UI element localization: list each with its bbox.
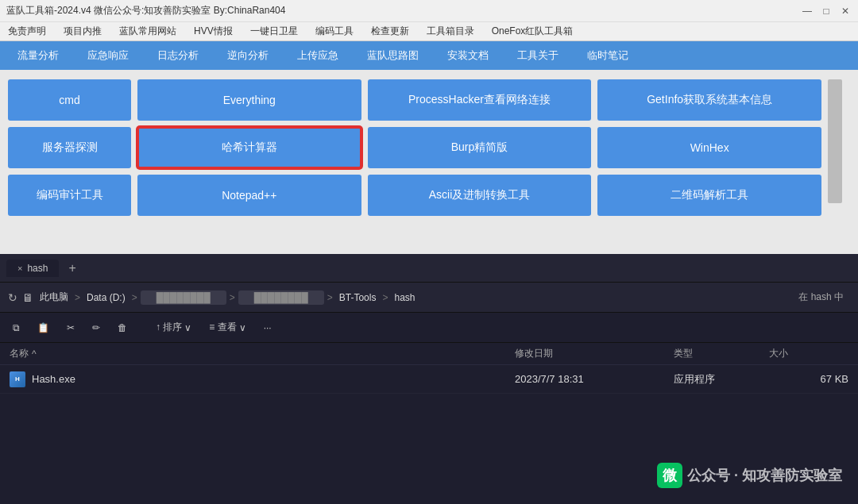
tool-processhacker[interactable]: ProcessHacker查看网络连接	[368, 79, 592, 121]
file-list-header: 名称 ^ 修改日期 类型 大小	[0, 343, 858, 365]
sort-icon: ↑ 排序	[156, 321, 182, 334]
cut-button[interactable]: ✂	[62, 320, 79, 336]
view-arrow-icon: ∨	[239, 322, 246, 333]
tab-mindmap[interactable]: 蓝队思路图	[353, 44, 433, 67]
file-size: 67 KB	[769, 373, 848, 385]
watermark: 微 公众号 · 知攻善防实验室	[657, 463, 842, 488]
tab-about[interactable]: 工具关于	[503, 44, 573, 67]
tab-docs[interactable]: 安装文档	[433, 44, 503, 67]
col-type: 类型	[674, 347, 769, 360]
file-name: Hash.exe	[32, 373, 75, 385]
tab-close-icon[interactable]: ×	[17, 264, 22, 273]
menu-encode[interactable]: 编码工具	[311, 23, 358, 40]
tab-upload[interactable]: 上传应急	[283, 44, 353, 67]
tab-traffic[interactable]: 流量分析	[3, 44, 73, 67]
tool-cmd[interactable]: cmd	[8, 79, 131, 121]
delete-button[interactable]: 🗑	[113, 320, 132, 336]
tool-qrcode[interactable]: 二维码解析工具	[597, 175, 821, 216]
tab-bar: 流量分析 应急响应 日志分析 逆向分析 上传应急 蓝队思路图 安装文档 工具关于…	[0, 41, 858, 70]
search-hint: 在 hash 中	[792, 289, 850, 306]
tool-server-scan[interactable]: 服务器探测	[8, 127, 131, 168]
breadcrumb-sep-2: >	[132, 292, 137, 303]
tab-log[interactable]: 日志分析	[143, 44, 213, 67]
new-tab-button[interactable]: +	[62, 260, 82, 277]
file-modified: 2023/7/7 18:31	[515, 373, 674, 385]
paste-icon: 📋	[37, 322, 49, 333]
menu-tooldir[interactable]: 工具箱目录	[422, 23, 479, 40]
cut-icon: ✂	[67, 322, 75, 333]
breadcrumb-sep-4: >	[327, 292, 333, 303]
tab-reverse[interactable]: 逆向分析	[213, 44, 283, 67]
window-controls: — □ ✕	[801, 5, 852, 17]
exe-icon: H	[10, 371, 25, 387]
wechat-icon: 微	[657, 463, 682, 488]
tool-code-audit[interactable]: 编码审计工具	[8, 175, 131, 216]
copy-icon: ⧉	[13, 322, 20, 333]
explorer-toolbar: ⧉ 📋 ✂ ✏ 🗑 ↑ 排序 ∨ ≡ 查看 ∨ ···	[0, 313, 858, 343]
file-list: 名称 ^ 修改日期 类型 大小 H Hash.exe 2023/7/7 18:3…	[0, 343, 858, 394]
copy-button[interactable]: ⧉	[8, 320, 25, 336]
col-modified: 修改日期	[515, 347, 674, 360]
side-scrollbar[interactable]	[828, 79, 842, 203]
file-name-cell: H Hash.exe	[10, 371, 515, 387]
file-explorer: × hash + ↻ 🖥 此电脑 > Data (D:) > ████████ …	[0, 254, 858, 504]
computer-icon: 🖥	[22, 291, 33, 304]
more-button[interactable]: ···	[259, 320, 276, 336]
col-size: 大小	[769, 347, 848, 360]
menu-bar: 免责声明 项目内推 蓝队常用网站 HVV情报 一键日卫星 编码工具 检查更新 工…	[0, 22, 858, 41]
tool-getinfo[interactable]: GetInfo获取系统基本信息	[597, 79, 821, 121]
rename-button[interactable]: ✏	[87, 320, 105, 336]
sort-button[interactable]: ↑ 排序 ∨	[151, 318, 196, 337]
menu-disclaimer[interactable]: 免责声明	[3, 23, 51, 40]
crumb-drive[interactable]: Data (D:)	[83, 290, 129, 305]
breadcrumb-sep-5: >	[382, 292, 388, 303]
more-icon: ···	[264, 322, 272, 333]
tool-ascii[interactable]: Ascii及进制转换工具	[368, 175, 592, 216]
crumb-computer[interactable]: 此电脑	[37, 289, 72, 306]
title-bar: 蓝队工具箱-2024.v4 微信公众号:知攻善防实验室 By:ChinaRan4…	[0, 0, 858, 22]
tab-notes[interactable]: 临时笔记	[573, 44, 643, 67]
crumb-blurred: ████████	[141, 290, 226, 305]
col-name: 名称 ^	[10, 347, 515, 360]
address-bar: ↻ 🖥 此电脑 > Data (D:) > ████████ > ███████…	[0, 283, 858, 313]
refresh-button[interactable]: ↻	[8, 291, 17, 304]
tools-grid: cmd Everything ProcessHacker查看网络连接 GetIn…	[0, 70, 858, 254]
crumb-blurred-2: ████████	[238, 290, 324, 305]
menu-onefox[interactable]: OneFox红队工具箱	[487, 23, 578, 40]
menu-project[interactable]: 项目内推	[59, 23, 106, 40]
sort-arrow-icon: ∨	[184, 322, 191, 333]
app-title: 蓝队工具箱-2024.v4 微信公众号:知攻善防实验室 By:ChinaRan4…	[6, 4, 801, 17]
tool-winhex[interactable]: WinHex	[597, 127, 821, 168]
maximize-button[interactable]: □	[820, 5, 833, 17]
watermark-text: 公众号 · 知攻善防实验室	[687, 466, 842, 485]
tool-everything[interactable]: Everything	[137, 79, 361, 121]
view-button[interactable]: ≡ 查看 ∨	[204, 318, 250, 337]
menu-blueteam-sites[interactable]: 蓝队常用网站	[114, 23, 181, 40]
tool-notepadpp[interactable]: Notepad++	[137, 175, 361, 216]
breadcrumb-sep-3: >	[230, 292, 235, 303]
delete-icon: 🗑	[118, 322, 127, 333]
menu-hvv[interactable]: HVV情报	[189, 23, 238, 40]
paste-button[interactable]: 📋	[33, 320, 54, 336]
crumb-bttools[interactable]: BT-Tools	[336, 290, 380, 305]
breadcrumb-sep-1: >	[75, 292, 80, 303]
tab-emergency[interactable]: 应急响应	[73, 44, 143, 67]
crumb-hash[interactable]: hash	[391, 290, 418, 305]
view-icon: ≡ 查看	[209, 321, 236, 334]
explorer-tab-bar: × hash +	[0, 254, 858, 283]
menu-keyday[interactable]: 一键日卫星	[245, 23, 303, 40]
close-button[interactable]: ✕	[839, 5, 852, 17]
minimize-button[interactable]: —	[801, 5, 814, 17]
breadcrumb-path: 🖥 此电脑 > Data (D:) > ████████ > ████████ …	[22, 289, 787, 306]
menu-checkupdate[interactable]: 检查更新	[366, 23, 414, 40]
table-row[interactable]: H Hash.exe 2023/7/7 18:31 应用程序 67 KB	[0, 365, 858, 394]
file-type: 应用程序	[674, 372, 769, 387]
explorer-tab-label: hash	[27, 263, 48, 274]
tool-burp[interactable]: Burp精简版	[368, 127, 592, 168]
tool-hash-calc[interactable]: 哈希计算器	[137, 127, 361, 168]
explorer-tab-hash[interactable]: × hash	[6, 260, 59, 277]
rename-icon: ✏	[92, 322, 100, 333]
